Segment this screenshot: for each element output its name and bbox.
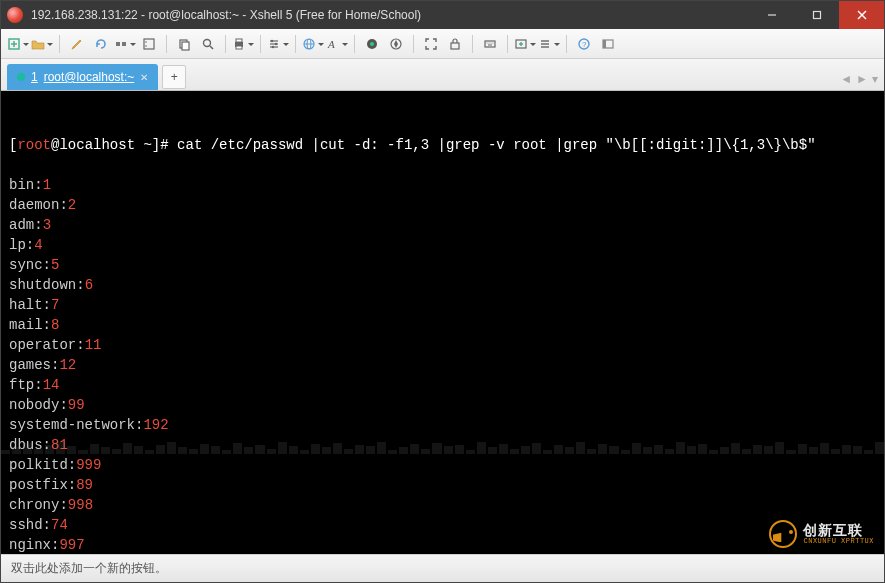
svg-point-35 (489, 42, 490, 43)
output-line: systemd-network:192 (9, 415, 876, 435)
svg-rect-18 (236, 46, 242, 49)
svg-rect-32 (451, 43, 459, 49)
new-window-icon[interactable] (514, 33, 536, 55)
fullscreen-icon[interactable] (420, 33, 442, 55)
open-icon[interactable] (31, 33, 53, 55)
terminal[interactable]: [root@localhost ~]# cat /etc/passwd |cut… (1, 91, 884, 554)
settings-icon[interactable] (267, 33, 289, 55)
maximize-button[interactable] (794, 1, 839, 29)
globe-icon[interactable] (302, 33, 324, 55)
watermark: 创新互联 CNXUNFU XPRTTUX (769, 520, 874, 548)
separator-icon (566, 35, 567, 53)
separator-icon (260, 35, 261, 53)
svg-point-37 (493, 42, 494, 43)
output-line: nginx:997 (9, 535, 876, 554)
svg-point-30 (370, 42, 374, 46)
list-icon[interactable] (538, 33, 560, 55)
new-tab-button[interactable]: + (162, 65, 186, 89)
svg-point-34 (487, 42, 488, 43)
keyboard-icon[interactable] (479, 33, 501, 55)
color-icon[interactable] (361, 33, 383, 55)
output-line: chrony:998 (9, 495, 876, 515)
window-title: 192.168.238.131:22 - root@localhost:~ - … (29, 8, 749, 22)
svg-rect-7 (116, 42, 120, 46)
sidebar-icon[interactable] (597, 33, 619, 55)
svg-point-11 (145, 45, 147, 47)
app-icon (7, 7, 23, 23)
separator-icon (225, 35, 226, 53)
svg-point-23 (275, 42, 277, 44)
minimize-button[interactable] (749, 1, 794, 29)
output-line: dbus:81 (9, 435, 876, 455)
tab-close-icon[interactable]: ✕ (140, 72, 148, 83)
watermark-main: 创新互联 (803, 524, 874, 538)
tab-menu-icon[interactable]: ▾ (872, 72, 878, 86)
statusbar[interactable]: 双击此处添加一个新的按钮。 (1, 554, 884, 582)
output-line: sshd:74 (9, 515, 876, 535)
svg-rect-9 (144, 39, 154, 49)
svg-rect-13 (182, 42, 189, 50)
output-line: shutdown:6 (9, 275, 876, 295)
svg-text:?: ? (582, 40, 587, 49)
edit-icon[interactable] (66, 33, 88, 55)
output-line: daemon:2 (9, 195, 876, 215)
output-line: mail:8 (9, 315, 876, 335)
separator-icon (295, 35, 296, 53)
svg-point-22 (271, 39, 273, 41)
print-icon[interactable] (232, 33, 254, 55)
copy-icon[interactable] (173, 33, 195, 55)
output-line: operator:11 (9, 335, 876, 355)
separator-icon (59, 35, 60, 53)
svg-rect-33 (485, 41, 495, 47)
tab-scroll: ◄ ► ▾ (840, 72, 878, 86)
statusbar-hint: 双击此处添加一个新的按钮。 (11, 560, 167, 577)
help-icon[interactable]: ? (573, 33, 595, 55)
output-line: lp:4 (9, 235, 876, 255)
svg-point-10 (145, 41, 147, 43)
titlebar: 192.168.238.131:22 - root@localhost:~ - … (1, 1, 884, 29)
svg-point-14 (204, 39, 211, 46)
tab-label: root@localhost:~ (44, 70, 135, 84)
command-text: cat /etc/passwd |cut -d: -f1,3 |grep -v … (169, 137, 816, 153)
disconnect-icon[interactable] (114, 33, 136, 55)
output-line: sync:5 (9, 255, 876, 275)
separator-icon (354, 35, 355, 53)
output-line: games:12 (9, 355, 876, 375)
connection-dot-icon (17, 73, 25, 81)
lock-icon[interactable] (444, 33, 466, 55)
output-line: bin:1 (9, 175, 876, 195)
compass-icon[interactable] (385, 33, 407, 55)
properties-icon[interactable] (138, 33, 160, 55)
output-line: nobody:99 (9, 395, 876, 415)
tab-session[interactable]: 1 root@localhost:~ ✕ (7, 64, 158, 90)
separator-icon (413, 35, 414, 53)
close-button[interactable] (839, 1, 884, 29)
output-lines: bin:1daemon:2adm:3lp:4sync:5shutdown:6ha… (9, 175, 876, 554)
tab-index: 1 (31, 70, 38, 84)
output-line: halt:7 (9, 295, 876, 315)
prompt-line-1: [root@localhost ~]# cat /etc/passwd |cut… (9, 135, 876, 155)
find-icon[interactable] (197, 33, 219, 55)
tabbar: 1 root@localhost:~ ✕ + ◄ ► ▾ (1, 59, 884, 91)
svg-text:A: A (327, 38, 335, 50)
watermark-sub: CNXUNFU XPRTTUX (803, 538, 874, 545)
output-line: postfix:89 (9, 475, 876, 495)
reconnect-icon[interactable] (90, 33, 112, 55)
svg-rect-17 (236, 39, 242, 42)
svg-point-24 (272, 45, 274, 47)
svg-point-36 (491, 42, 492, 43)
separator-icon (166, 35, 167, 53)
tab-prev-icon[interactable]: ◄ (840, 72, 852, 86)
svg-line-15 (210, 46, 213, 49)
output-line: ftp:14 (9, 375, 876, 395)
tab-next-icon[interactable]: ► (856, 72, 868, 86)
output-line: polkitd:999 (9, 455, 876, 475)
svg-rect-8 (122, 42, 126, 46)
new-session-icon[interactable] (7, 33, 29, 55)
toolbar: A ? (1, 29, 884, 59)
separator-icon (507, 35, 508, 53)
svg-rect-48 (603, 40, 606, 48)
font-icon[interactable]: A (326, 33, 348, 55)
separator-icon (472, 35, 473, 53)
output-line: adm:3 (9, 215, 876, 235)
